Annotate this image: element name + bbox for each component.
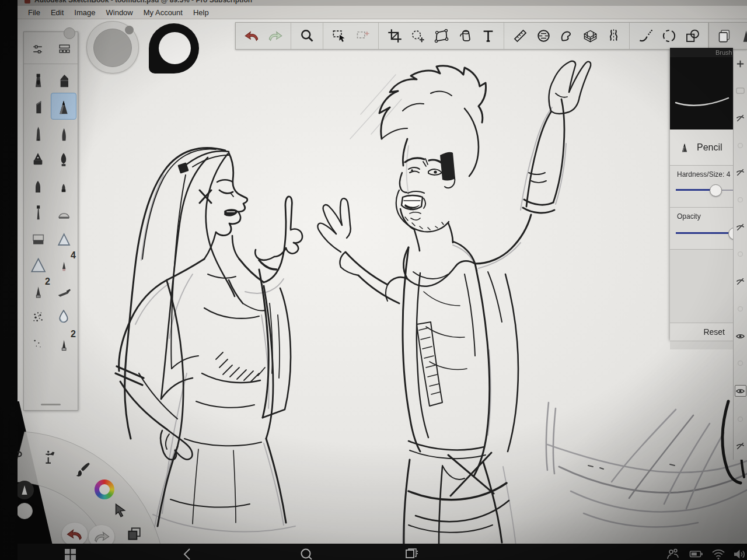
- brush-tool-flame-nib[interactable]: [51, 146, 76, 172]
- shapes-icon[interactable]: [680, 25, 704, 47]
- layer-hidden-eye-icon[interactable]: [735, 276, 746, 287]
- brush-tool-ballpoint-pen[interactable]: [25, 120, 51, 146]
- brush-tool-airbrush[interactable]: [25, 66, 51, 92]
- brush-palette: 422: [23, 32, 78, 411]
- brush-tool-palette-knife[interactable]: [51, 278, 76, 303]
- brush-properties-panel: Brush Pencil Hardness/Size: 4 Opacity R: [670, 48, 733, 340]
- current-brush-row[interactable]: Pencil: [670, 130, 733, 166]
- menu-item-my-account[interactable]: My Account: [144, 8, 183, 17]
- layers-strip: [733, 52, 747, 460]
- brush-library-icon[interactable]: [736, 25, 747, 47]
- brush-tool-detail-brush-b[interactable]: 2: [51, 330, 76, 356]
- reset-button[interactable]: Reset: [670, 323, 733, 341]
- color-side-puck[interactable]: [16, 503, 33, 519]
- top-toolbar: [235, 22, 747, 50]
- symmetry-icon[interactable]: [602, 25, 625, 47]
- layer-hidden-eye-icon[interactable]: [735, 441, 746, 452]
- volume-icon[interactable]: [732, 547, 747, 560]
- brush-grid: 422: [24, 64, 78, 358]
- opacity-slider-track[interactable]: [676, 232, 733, 234]
- brush-tool-detail-brush-a[interactable]: 2: [25, 278, 51, 303]
- layer-visible-eye-icon[interactable]: [735, 331, 746, 341]
- palette-corner-puck[interactable]: [64, 27, 75, 39]
- brush-puck-preview: [93, 29, 132, 67]
- brush-tool-dome-eraser[interactable]: [51, 199, 76, 225]
- fill-icon[interactable]: [453, 25, 476, 47]
- layer-hidden-eye-icon[interactable]: [735, 113, 746, 123]
- text-icon[interactable]: [476, 25, 500, 47]
- tools-icon[interactable]: [42, 448, 60, 466]
- layer-hidden-eye-icon[interactable]: [735, 167, 746, 178]
- brush-tool-square-eraser[interactable]: [25, 225, 51, 251]
- brush-tool-bullet-tip[interactable]: [25, 173, 51, 198]
- marquee-select-icon[interactable]: [327, 25, 351, 47]
- brush-tool-ink-pen[interactable]: [25, 146, 51, 172]
- toolbar-group: [236, 23, 291, 49]
- french-curve-icon[interactable]: [555, 25, 578, 47]
- menu-item-edit[interactable]: Edit: [51, 8, 64, 17]
- redo-icon[interactable]: [263, 25, 287, 47]
- brush-tool-round-brush[interactable]: [51, 120, 76, 146]
- menu-item-window[interactable]: Window: [106, 8, 133, 17]
- brush-size-puck[interactable]: [86, 21, 139, 74]
- lagoon-corner-menu: [0, 430, 216, 560]
- current-brush-name: Pencil: [697, 142, 722, 153]
- paintbrush-icon[interactable]: [74, 461, 91, 478]
- hardness-slider-track[interactable]: [676, 189, 733, 191]
- brush-tool-smudge-triangle[interactable]: [51, 225, 76, 251]
- brush-sets-layout-icon[interactable]: [57, 42, 72, 59]
- color-puck[interactable]: [149, 23, 199, 74]
- distort-transform-icon[interactable]: [430, 25, 453, 47]
- brush-tool-marker[interactable]: [51, 66, 76, 92]
- back-icon[interactable]: [180, 547, 195, 560]
- panel-footer: [670, 341, 733, 349]
- cursor-icon[interactable]: [111, 502, 128, 519]
- toolbar-group: [630, 23, 708, 49]
- predictive-stroke-icon[interactable]: [634, 25, 657, 47]
- ruler-icon[interactable]: [508, 25, 532, 47]
- sketchbook-app-icon: [25, 0, 30, 4]
- wifi-icon[interactable]: [711, 547, 726, 560]
- layer-hidden-eye-icon[interactable]: [735, 222, 746, 232]
- brush-tool-scatter-dots[interactable]: [25, 330, 51, 356]
- layers-icon[interactable]: [125, 525, 142, 542]
- brush-tool-speckle-spray[interactable]: [25, 304, 51, 330]
- brush-settings-sliders-icon[interactable]: [30, 42, 45, 59]
- brush-cone-puck[interactable]: [15, 481, 34, 499]
- zoom-icon[interactable]: [295, 25, 319, 47]
- menu-bar: FileEditImageWindowMy AccountHelp: [18, 6, 747, 19]
- brush-tool-fineliner[interactable]: [25, 199, 51, 225]
- ellipse-guide-icon[interactable]: [657, 25, 680, 47]
- search-icon[interactable]: [299, 547, 314, 560]
- color-wheel-icon[interactable]: [95, 480, 114, 499]
- crop-icon[interactable]: [383, 25, 406, 47]
- panel-empty-area: [670, 250, 733, 323]
- battery-icon[interactable]: [689, 547, 704, 560]
- add-layer-icon[interactable]: [735, 58, 746, 69]
- brush-tool-pencil[interactable]: [51, 93, 76, 120]
- menu-item-image[interactable]: Image: [74, 8, 95, 17]
- layer-visible-eye-icon[interactable]: [735, 385, 746, 397]
- deselect-icon[interactable]: [351, 25, 374, 47]
- people-icon[interactable]: [665, 547, 680, 560]
- layer-dot-icon: [735, 140, 746, 150]
- brush-tool-bullet-tip-small[interactable]: [51, 173, 76, 198]
- undo-button[interactable]: [62, 523, 88, 546]
- menu-item-help[interactable]: Help: [193, 8, 209, 17]
- undo-icon[interactable]: [240, 25, 263, 47]
- layers-icon[interactable]: [713, 25, 736, 47]
- brush-tool-smudge-triangle-large[interactable]: [25, 251, 51, 277]
- windows-start-icon[interactable]: [63, 547, 78, 560]
- lasso-transform-icon[interactable]: [406, 25, 430, 47]
- palette-drag-handle[interactable]: [41, 404, 61, 405]
- layer-dot-icon: [735, 195, 746, 205]
- brush-tool-water-drop[interactable]: [51, 304, 76, 330]
- perspective-guide-icon[interactable]: [578, 25, 602, 47]
- opacity-slider-knob[interactable]: [728, 228, 733, 240]
- brush-tool-small-brush[interactable]: 4: [51, 251, 76, 277]
- brush-tool-chisel-marker[interactable]: [25, 93, 51, 118]
- task-view-icon[interactable]: [404, 547, 419, 560]
- menu-item-file[interactable]: File: [28, 8, 40, 17]
- steady-stroke-icon[interactable]: [532, 25, 555, 47]
- hardness-slider-knob[interactable]: [710, 184, 722, 197]
